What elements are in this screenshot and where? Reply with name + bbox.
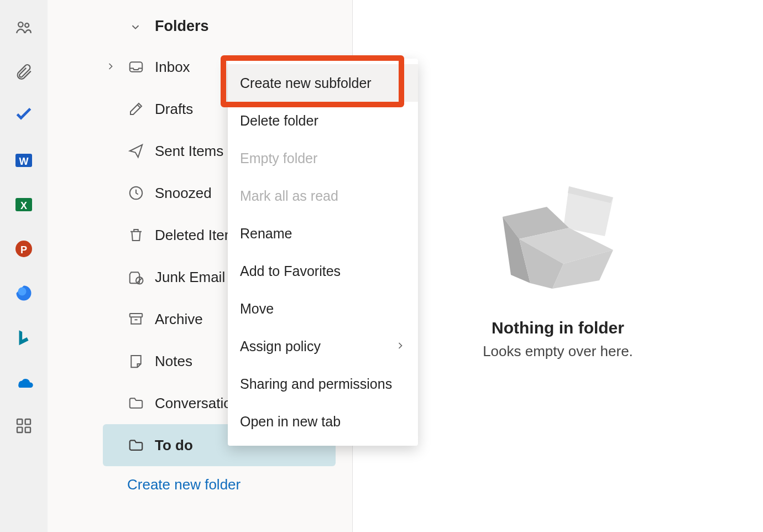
- sent-icon: [127, 143, 145, 159]
- svg-rect-11: [17, 427, 22, 432]
- folder-label: Snoozed: [155, 185, 212, 202]
- context-item-assign-policy[interactable]: Assign policy: [228, 327, 418, 365]
- context-item-label: Mark all as read: [240, 188, 338, 204]
- attach-icon[interactable]: [13, 61, 35, 83]
- folder-icon: [127, 395, 145, 411]
- svg-point-8: [18, 288, 27, 296]
- junk-icon: [127, 269, 145, 285]
- empty-state-title: Nothing in folder: [492, 319, 624, 337]
- context-item-label: Create new subfolder: [240, 75, 372, 91]
- folder-label: Sent Items: [155, 143, 223, 160]
- chevron-down-icon: [129, 21, 142, 35]
- context-item-label: Sharing and permissions: [240, 376, 392, 392]
- folder-label: Inbox: [155, 59, 190, 76]
- folders-header[interactable]: Folders: [48, 12, 352, 46]
- viva-icon[interactable]: [13, 282, 35, 304]
- empty-folder-illustration: [486, 173, 630, 296]
- folder-label: Drafts: [155, 101, 193, 118]
- chevron-right-icon: [395, 338, 406, 354]
- excel-icon[interactable]: X: [13, 194, 35, 216]
- app-rail: W X P: [0, 0, 48, 532]
- context-item-label: Add to Favorites: [240, 263, 341, 279]
- context-item-open-new-tab[interactable]: Open in new tab: [228, 403, 418, 440]
- context-item-move[interactable]: Move: [228, 290, 418, 327]
- context-item-label: Open in new tab: [240, 414, 341, 430]
- notes-icon: [127, 353, 145, 369]
- context-menu: Create new subfolder Delete folder Empty…: [228, 59, 418, 446]
- svg-rect-12: [25, 427, 30, 432]
- todo-icon[interactable]: [13, 105, 35, 127]
- folder-pane: Folders Inbox Drafts Sent Items: [48, 0, 353, 532]
- folders-header-label: Folders: [155, 18, 209, 35]
- bing-icon[interactable]: [13, 326, 35, 348]
- context-item-label: Assign policy: [240, 338, 321, 354]
- drafts-icon: [127, 101, 145, 117]
- context-item-add-favorites[interactable]: Add to Favorites: [228, 252, 418, 290]
- svg-rect-9: [17, 419, 22, 424]
- chevron-right-icon[interactable]: [105, 59, 116, 76]
- svg-point-0: [18, 22, 23, 27]
- create-new-folder-link[interactable]: Create new folder: [48, 476, 352, 493]
- snoozed-icon: [127, 185, 145, 201]
- folder-label: Notes: [155, 353, 192, 370]
- context-item-create-subfolder[interactable]: Create new subfolder: [228, 64, 418, 102]
- svg-point-1: [25, 23, 29, 27]
- context-item-sharing[interactable]: Sharing and permissions: [228, 365, 418, 403]
- svg-rect-16: [130, 314, 143, 317]
- deleted-icon: [127, 227, 145, 243]
- svg-rect-13: [130, 62, 143, 72]
- svg-text:P: P: [20, 244, 27, 255]
- svg-rect-10: [25, 419, 30, 424]
- context-item-label: Move: [240, 301, 274, 317]
- apps-icon[interactable]: [13, 415, 35, 437]
- folder-label: Archive: [155, 311, 203, 328]
- onedrive-icon[interactable]: [13, 371, 35, 393]
- context-item-delete-folder[interactable]: Delete folder: [228, 102, 418, 139]
- context-item-mark-all-read: Mark all as read: [228, 177, 418, 215]
- svg-text:X: X: [20, 200, 27, 211]
- inbox-icon: [127, 59, 145, 75]
- context-item-empty-folder: Empty folder: [228, 139, 418, 177]
- folder-label: To do: [155, 437, 193, 454]
- folder-icon: [127, 437, 145, 453]
- context-item-label: Delete folder: [240, 113, 318, 129]
- powerpoint-icon[interactable]: P: [13, 238, 35, 260]
- archive-icon: [127, 311, 145, 327]
- context-item-label: Rename: [240, 226, 292, 242]
- empty-state-subtitle: Looks empty over here.: [483, 343, 633, 360]
- context-item-label: Empty folder: [240, 150, 317, 166]
- folder-label: Junk Email: [155, 269, 225, 286]
- people-icon[interactable]: [13, 17, 35, 39]
- context-item-rename[interactable]: Rename: [228, 215, 418, 252]
- word-icon[interactable]: W: [13, 149, 35, 171]
- svg-text:W: W: [19, 156, 29, 167]
